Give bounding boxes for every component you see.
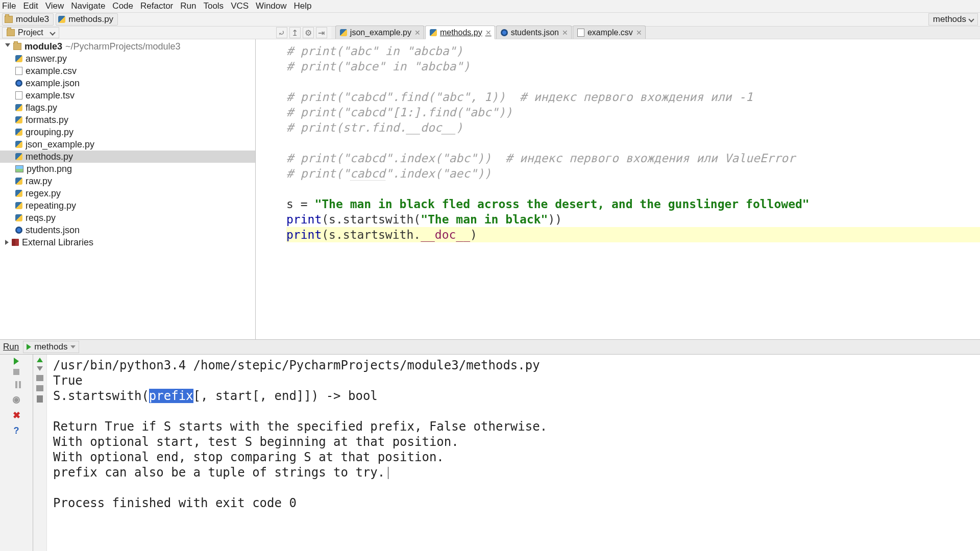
python-icon (15, 104, 22, 111)
tree-item-reqs-py[interactable]: reqs.py (0, 212, 255, 224)
tab-json_example-py[interactable]: json_example.py✕ (335, 26, 424, 39)
run-label[interactable]: Run (3, 342, 19, 352)
run-config-selector[interactable]: methods (928, 13, 978, 26)
output-line: S.startswith(prefix[, start[, end]]) -> … (53, 388, 975, 404)
help-icon[interactable]: ? (11, 425, 22, 436)
tree-item-json_example-py[interactable]: json_example.py (0, 138, 255, 151)
output-line (53, 404, 975, 419)
close-icon[interactable]: ✕ (414, 29, 421, 37)
breadcrumb-project[interactable]: module3 (2, 13, 54, 26)
breadcrumb-file[interactable]: methods.py (56, 13, 118, 26)
tree-item-label: raw.py (26, 176, 52, 187)
clear-icon[interactable] (37, 395, 43, 403)
toggle-icon[interactable] (5, 43, 10, 49)
python-icon (15, 129, 22, 136)
close-icon[interactable]: ✕ (485, 29, 492, 37)
menu-navigate[interactable]: Navigate (71, 1, 105, 11)
softwrap-icon[interactable] (36, 375, 43, 381)
tab-methods-py[interactable]: methods.py✕ (425, 26, 495, 39)
project-tree[interactable]: module3~/PycharmProjects/module3answer.p… (0, 39, 256, 339)
tree-item-students-json[interactable]: students.json (0, 224, 255, 236)
tree-item-label: External Libraries (22, 237, 93, 248)
tree-item-label: example.csv (26, 66, 77, 77)
run-output[interactable]: /usr/bin/python3.4 /home/stepic/PycharmP… (47, 355, 980, 551)
folder-icon (5, 16, 13, 23)
output-line: prefix can also be a tuple of strings to… (53, 465, 975, 480)
tree-item-example-json[interactable]: example.json (0, 77, 255, 89)
tree-external-libraries[interactable]: External Libraries (0, 236, 255, 248)
tree-item-flags-py[interactable]: flags.py (0, 102, 255, 114)
tree-item-answer-py[interactable]: answer.py (0, 53, 255, 65)
output-line (53, 480, 975, 495)
run-config-label: methods (933, 14, 966, 24)
caret (388, 467, 388, 479)
scroll-up-icon[interactable] (37, 358, 43, 362)
settings-icon[interactable]: ⚙ (303, 27, 314, 38)
python-icon (15, 190, 22, 197)
chevron-down-icon (70, 345, 76, 348)
hide-icon[interactable]: ⇥ (316, 27, 327, 38)
tree-root[interactable]: module3~/PycharmProjects/module3 (0, 40, 255, 53)
tab-label: json_example.py (350, 28, 411, 37)
output-line: /usr/bin/python3.4 /home/stepic/PycharmP… (53, 358, 975, 373)
main-area: module3~/PycharmProjects/module3answer.p… (0, 39, 980, 339)
scroll-from-source-icon[interactable]: ⤾ (276, 27, 287, 38)
tree-item-label: students.json (26, 225, 80, 236)
menu-view[interactable]: View (45, 1, 64, 11)
rerun-icon[interactable] (14, 358, 19, 365)
tree-item-grouping-py[interactable]: grouping.py (0, 126, 255, 138)
file-icon (577, 29, 584, 37)
tree-item-raw-py[interactable]: raw.py (0, 175, 255, 187)
stop-icon[interactable] (13, 369, 19, 375)
menu-edit[interactable]: Edit (23, 1, 38, 11)
tree-item-regex-py[interactable]: regex.py (0, 187, 255, 199)
menu-vcs[interactable]: VCS (231, 1, 249, 11)
python-icon (15, 214, 22, 221)
breadcrumb-project-label: module3 (16, 14, 49, 24)
tree-item-label: methods.py (26, 152, 73, 162)
close-icon[interactable]: ✕ (636, 29, 642, 37)
tab-label: example.csv (587, 28, 633, 37)
close-icon[interactable]: ✕ (562, 29, 568, 37)
print-icon[interactable] (36, 385, 43, 391)
run-toolbar-primary: ✖ ? (0, 355, 33, 551)
tab-example-csv[interactable]: example.csv✕ (573, 26, 646, 39)
breadcrumb-bar: module3 methods.py methods (0, 13, 980, 27)
python-icon (15, 116, 22, 123)
tree-item-label: json_example.py (26, 139, 94, 150)
tree-item-formats-py[interactable]: formats.py (0, 114, 255, 126)
json-icon (15, 227, 22, 234)
scroll-down-icon[interactable] (37, 366, 43, 371)
menu-refactor[interactable]: Refactor (140, 1, 173, 11)
run-output-panel: ✖ ? /usr/bin/python3.4 /home/stepic/Pych… (0, 355, 980, 551)
menu-file[interactable]: File (2, 1, 16, 11)
tab-students-json[interactable]: students.json✕ (496, 26, 572, 39)
chevron-down-icon (50, 30, 55, 35)
code-editor[interactable]: # print("abc" in "abcba")# print("abce" … (256, 39, 980, 339)
menu-window[interactable]: Window (256, 1, 286, 11)
main-menu-bar[interactable]: FileEditViewNavigateCodeRefactorRunTools… (0, 0, 980, 13)
run-config-chip[interactable]: methods (23, 341, 79, 353)
menu-code[interactable]: Code (112, 1, 133, 11)
toggle-icon[interactable] (5, 240, 9, 245)
tree-item-python-png[interactable]: python.png (0, 163, 255, 175)
pause-icon[interactable] (11, 379, 22, 390)
menu-run[interactable]: Run (180, 1, 196, 11)
tree-item-label: repeating.py (26, 201, 76, 211)
tree-item-methods-py[interactable]: methods.py (0, 151, 255, 163)
menu-help[interactable]: Help (294, 1, 312, 11)
json-icon (501, 29, 508, 36)
close-icon[interactable]: ✖ (11, 410, 22, 421)
tree-item-example-tsv[interactable]: example.tsv (0, 89, 255, 102)
tree-item-repeating-py[interactable]: repeating.py (0, 199, 255, 212)
editor: # print("abc" in "abcba")# print("abce" … (256, 39, 980, 339)
python-icon (15, 202, 22, 209)
tree-item-example-csv[interactable]: example.csv (0, 65, 255, 77)
output-line: True (53, 373, 975, 388)
folder-icon (7, 29, 15, 36)
collapse-all-icon[interactable]: ↥ (289, 27, 301, 38)
project-view-combo[interactable]: Project (2, 27, 59, 38)
output-line: With optional start, test S beginning at… (53, 434, 975, 449)
menu-tools[interactable]: Tools (203, 1, 224, 11)
settings-icon[interactable] (11, 394, 22, 406)
